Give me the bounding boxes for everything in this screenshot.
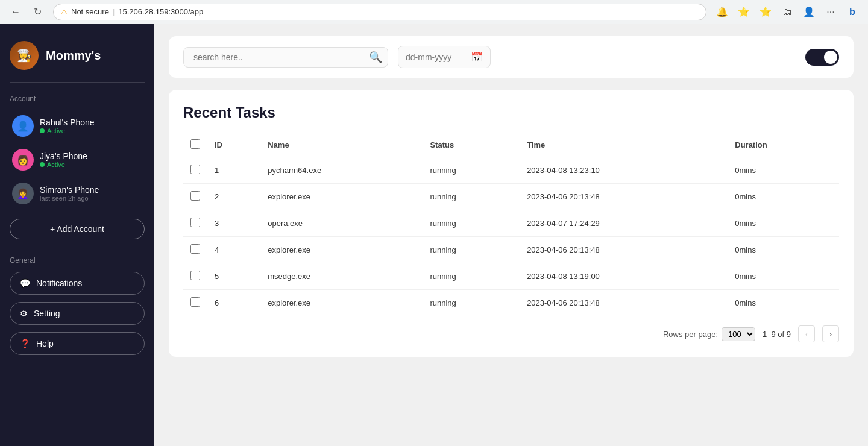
status-text-jiya: Active [47,161,65,168]
security-label: Not secure [71,7,109,16]
row-id: 6 [207,290,260,316]
row-checkbox-2[interactable] [190,191,200,201]
row-status: running [423,237,520,263]
favorites-btn[interactable]: ⭐ [757,4,774,20]
row-status: running [423,263,520,290]
row-duration: 0mins [728,184,839,210]
browser-nav: ← ↻ [7,4,46,20]
status-dot-jiya [40,162,45,167]
row-id: 1 [207,157,260,184]
setting-icon: ⚙ [20,309,28,318]
help-label: Help [36,339,54,348]
collections-btn[interactable]: 🗂 [779,4,796,20]
account-name-jiya: Jiya's Phone [40,151,87,161]
search-input-wrap: 🔍 [183,47,388,68]
rows-per-page-select[interactable]: 100 25 50 [722,327,755,341]
row-name: msedge.exe [260,263,423,290]
tasks-title: Recent Tasks [183,104,839,121]
rows-per-page-label: Rows per page: [663,330,718,339]
account-section-label: Account [10,95,145,103]
table-row: 2 explorer.exe running 2023-04-06 20:13:… [183,184,839,210]
account-status-rahul: Active [40,127,95,134]
row-status: running [423,290,520,316]
row-time: 2023-04-08 13:19:00 [520,263,728,290]
table-row: 5 msedge.exe running 2023-04-08 13:19:00… [183,263,839,290]
general-section: General 💬 Notifications ⚙ Setting ❓ Help [10,256,145,362]
header-name: Name [260,133,423,157]
edge-logo[interactable]: b [844,4,861,20]
tasks-table: ID Name Status Time Duration 1 pycharm64… [183,133,839,316]
row-status: running [423,210,520,237]
row-checkbox-5[interactable] [190,271,200,280]
pagination: Rows per page: 100 25 50 1–9 of 9 ‹ › [183,316,839,342]
row-checkbox-cell [183,237,207,263]
toggle-wrap [805,49,839,66]
page-info: 1–9 of 9 [763,330,791,339]
profile-icon-btn[interactable]: 🔔 [714,4,731,20]
row-duration: 0mins [728,263,839,290]
address-bar[interactable]: ⚠ Not secure | 15.206.28.159:3000/app [53,4,706,20]
header-id: ID [207,133,260,157]
table-header: ID Name Status Time Duration [183,133,839,157]
row-id: 3 [207,210,260,237]
brand: 👩‍🍳 Mommy's [10,36,145,83]
avatar-jiya: 👩 [12,149,34,171]
row-checkbox-cell [183,290,207,316]
date-input-wrap: 📅 [398,46,491,68]
status-dot-rahul [40,128,45,133]
toggle-switch[interactable] [805,49,839,66]
account-item-simran[interactable]: 👩‍🦱 Simran's Phone last seen 2h ago [10,178,145,209]
brand-avatar: 👩‍🍳 [10,41,39,70]
row-checkbox-3[interactable] [190,218,200,227]
account-status-simran: last seen 2h ago [40,195,99,202]
help-icon: ❓ [20,339,30,348]
account-info-jiya: Jiya's Phone Active [40,151,87,168]
account-btn[interactable]: 👤 [800,4,817,20]
account-item-rahul[interactable]: 👤 Rahul's Phone Active [10,110,145,142]
setting-button[interactable]: ⚙ Setting [10,302,145,325]
browser-chrome: ← ↻ ⚠ Not secure | 15.206.28.159:3000/ap… [0,0,868,24]
forward-button[interactable]: ↻ [29,4,46,20]
next-page-button[interactable]: › [822,325,839,342]
back-button[interactable]: ← [7,4,24,20]
status-text-rahul: Active [47,127,65,134]
account-status-jiya: Active [40,161,87,168]
row-checkbox-6[interactable] [190,297,200,307]
prev-page-button[interactable]: ‹ [798,325,815,342]
table-scroll-wrap[interactable]: ID Name Status Time Duration 1 pycharm64… [183,133,839,316]
search-icon-button[interactable]: 🔍 [369,51,382,64]
url-separator: | [113,7,115,16]
row-name: pycharm64.exe [260,157,423,184]
row-name: explorer.exe [260,290,423,316]
calendar-icon[interactable]: 📅 [471,51,483,63]
row-duration: 0mins [728,157,839,184]
header-checkbox[interactable] [190,139,200,149]
row-checkbox-cell [183,263,207,290]
toggle-knob [824,51,837,64]
sidebar: 👩‍🍳 Mommy's Account 👤 Rahul's Phone Acti… [0,24,154,446]
row-status: running [423,157,520,184]
date-input[interactable] [406,52,466,62]
row-id: 2 [207,184,260,210]
row-time: 2023-04-06 20:13:48 [520,237,728,263]
header-checkbox-cell [183,133,207,157]
account-name-simran: Simran's Phone [40,185,99,195]
browser-url: 15.206.28.159:3000/app [118,7,203,16]
notifications-icon: 💬 [20,278,30,288]
search-icon: 🔍 [369,51,382,63]
search-input[interactable] [183,47,388,68]
main-content: 🔍 📅 Recent Tasks [154,24,868,446]
extensions-btn[interactable]: ⭐ [735,4,752,20]
search-bar-container: 🔍 📅 [169,36,854,78]
browser-actions: 🔔 ⭐ ⭐ 🗂 👤 ··· b [714,4,861,20]
more-btn[interactable]: ··· [822,4,839,20]
help-button[interactable]: ❓ Help [10,332,145,355]
notifications-button[interactable]: 💬 Notifications [10,272,145,295]
row-status: running [423,184,520,210]
row-checkbox-4[interactable] [190,244,200,254]
account-item-jiya[interactable]: 👩 Jiya's Phone Active [10,144,145,175]
row-name: opera.exe [260,210,423,237]
add-account-button[interactable]: + Add Account [10,219,145,239]
row-checkbox-1[interactable] [190,165,200,174]
security-warning-icon: ⚠ [61,8,68,16]
